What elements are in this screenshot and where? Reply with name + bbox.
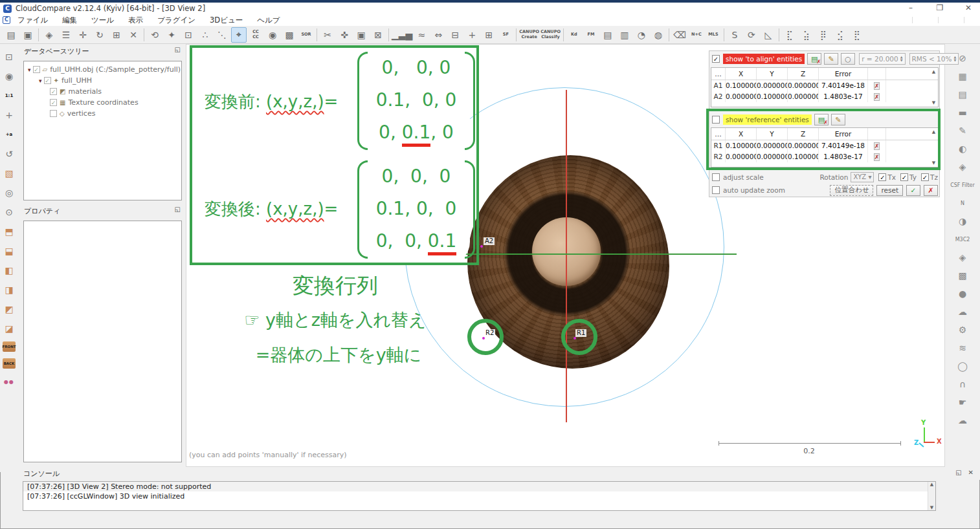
zoom-magnifier-icon[interactable]: ⊙ <box>2 206 16 219</box>
cloud-export-icon[interactable]: ☁ <box>953 414 972 427</box>
menu-item-0[interactable]: ファイル <box>10 16 55 25</box>
statistics-icon[interactable]: ⊟ <box>447 27 463 43</box>
minimize-button[interactable]: – <box>906 3 915 12</box>
tree-checkbox[interactable] <box>50 110 57 117</box>
octree-icon[interactable]: ⊡ <box>181 27 196 43</box>
canupo-create-icon[interactable]: CANUPO Create <box>519 27 539 43</box>
ccl-plugin-icon[interactable]: ▦ <box>953 70 972 83</box>
checkerboard-icon[interactable]: ▩ <box>282 27 297 43</box>
edit-points-button[interactable]: ✎ <box>824 53 838 65</box>
delete-point-button[interactable]: ✗ <box>874 82 880 90</box>
curvature-icon[interactable]: ≈ <box>414 27 429 43</box>
add-icon[interactable]: + <box>464 27 480 43</box>
mdi-minimize-button[interactable] <box>912 17 919 23</box>
hpr-icon[interactable]: ◑ <box>953 215 972 228</box>
shield2-plugin-icon[interactable]: ◈ <box>953 251 972 264</box>
pie-icon[interactable]: ◔ <box>634 27 649 43</box>
tree-checkbox[interactable] <box>50 88 57 95</box>
menu-item-1[interactable]: 編集 <box>55 16 84 25</box>
auto-update-zoom-checkbox[interactable] <box>712 186 720 194</box>
calculator-icon[interactable]: ⊞ <box>481 27 496 43</box>
view-iso-front-icon[interactable]: FRONT <box>3 341 16 352</box>
plane-slice-icon[interactable]: ◺ <box>761 27 776 43</box>
plugin-2-icon[interactable]: ⣵ <box>799 27 814 43</box>
stereo-glasses-icon[interactable]: ●● <box>2 375 16 388</box>
poisson-icon[interactable]: ● <box>953 287 972 300</box>
clipping-box-icon[interactable]: ▣ <box>353 27 369 43</box>
mcv-icon[interactable]: ▩ <box>953 269 972 282</box>
caret-down-icon[interactable]: ▾ <box>39 78 42 84</box>
scroll-down-icon[interactable]: ▼ <box>930 100 937 105</box>
radius-spinbox[interactable]: r = 20.000▲▼ <box>859 53 905 65</box>
titlebar[interactable]: C CloudCompare v2.12.4 (Kyiv) [64-bit] -… <box>0 3 980 14</box>
view-front-icon[interactable]: ⬓ <box>2 244 16 257</box>
tree-checkbox[interactable] <box>33 66 40 73</box>
mdi-restore-button[interactable] <box>938 17 944 23</box>
sf-icon[interactable]: SF <box>498 27 513 43</box>
animation-icon[interactable]: ▬ <box>953 106 972 119</box>
m3c2-icon[interactable]: M3C2 <box>953 233 972 246</box>
close-panel-icon[interactable]: ✕ <box>968 469 974 476</box>
adjust-scale-checkbox[interactable] <box>712 173 720 181</box>
console-scrollbar[interactable]: ▲▼ <box>928 482 935 510</box>
spline-icon[interactable]: ⟳ <box>744 27 759 43</box>
align-button[interactable]: 位置合わせ <box>830 185 873 196</box>
hand-pick-icon[interactable]: ☛ <box>953 396 972 409</box>
menu-item-4[interactable]: プラグイン <box>150 16 203 25</box>
screenshot-camera-icon[interactable]: ◉ <box>2 70 16 83</box>
curve-fit-icon[interactable]: S <box>727 27 742 43</box>
cross-section-icon[interactable]: ⊠ <box>370 27 386 43</box>
reset-button[interactable]: reset <box>876 185 903 196</box>
globe-icon[interactable]: ◍ <box>651 27 666 43</box>
rotation-dropdown[interactable]: XYZ ▾ <box>851 172 874 182</box>
spin-arrows-icon[interactable]: ▲▼ <box>953 56 956 62</box>
sor-filter-icon[interactable]: SOR <box>298 27 314 43</box>
layers-icon[interactable]: ≋ <box>953 341 972 354</box>
caret-down-icon[interactable]: ▾ <box>28 67 31 73</box>
distances-icon[interactable]: ⇔ <box>430 27 446 43</box>
clean-brush-icon[interactable]: ✎ <box>953 124 972 137</box>
cloud-cloud-dist-icon[interactable]: CC CC <box>248 27 263 43</box>
scroll-up-icon[interactable]: ▲ <box>930 69 937 74</box>
plugin-4-icon[interactable]: ⣪ <box>832 27 848 43</box>
menu-item-6[interactable]: ヘルプ <box>250 16 287 25</box>
mdi-close-button[interactable] <box>964 17 970 23</box>
menu-item-3[interactable]: 表示 <box>121 16 150 25</box>
menu-item-5[interactable]: 3Dビュー <box>203 16 250 25</box>
delete-icon[interactable]: ✕ <box>126 27 141 43</box>
properties-icon[interactable]: ☰ <box>58 27 74 43</box>
csf-filter-label[interactable]: CSF Filter <box>953 178 972 191</box>
facets-icon[interactable]: ▤ <box>600 27 616 43</box>
db-tree-panel[interactable]: ▾▱full_UHH.obj (C:/Sample_pottery/full)▾… <box>23 61 182 200</box>
view-bottom-icon[interactable]: ◪ <box>2 322 16 335</box>
float-panel-icon[interactable]: ◱ <box>175 206 181 213</box>
view-back-icon[interactable]: ◨ <box>2 283 16 296</box>
plugin-5-icon[interactable]: ⣟ <box>849 27 865 43</box>
shield-plugin-icon[interactable]: ◈ <box>953 160 972 173</box>
show-to-align-checkbox[interactable]: ✓ <box>712 55 720 63</box>
float-panel-icon[interactable]: ◱ <box>175 46 181 53</box>
tree-item-1[interactable]: ▾✦full_UHH <box>24 75 181 86</box>
tree-item-4[interactable]: ◇vertices <box>24 108 181 119</box>
apply-transform-icon[interactable]: ✛ <box>75 27 91 43</box>
normals-compute-icon[interactable]: N+C <box>689 27 704 43</box>
csv-export-icon[interactable]: ▥ <box>617 27 632 43</box>
tree-item-3[interactable]: ▦Texture coordinates <box>24 97 181 108</box>
hough-normals-icon[interactable]: ◐ <box>953 142 972 155</box>
save-icon[interactable]: ▣ <box>20 27 36 43</box>
sensor-icon[interactable]: ◉ <box>265 27 280 43</box>
screen-display-icon[interactable]: ⊡ <box>2 50 16 63</box>
global-shift-icon[interactable]: ◈ <box>41 27 57 43</box>
perspective-cube-icon[interactable]: ▧ <box>2 167 16 180</box>
histogram-icon[interactable]: ▁▃▅ <box>392 27 412 43</box>
delete-all-points-button[interactable]: ▤✗ <box>807 53 821 65</box>
interactive-transform-icon[interactable]: ↻ <box>92 27 107 43</box>
open-icon[interactable]: ▤ <box>3 27 19 43</box>
cancel-button[interactable]: ✗ <box>924 185 938 196</box>
point-pair-align-icon[interactable]: ⌖ <box>231 27 247 43</box>
view-iso-back-icon[interactable]: BACK <box>3 358 16 369</box>
view-right-icon[interactable]: ◩ <box>2 303 16 316</box>
canupo-classify-icon[interactable]: CANUPO Classify <box>540 27 561 43</box>
zoom-auto-icon[interactable]: +a <box>2 128 16 141</box>
menu-item-2[interactable]: ツール <box>84 16 121 25</box>
